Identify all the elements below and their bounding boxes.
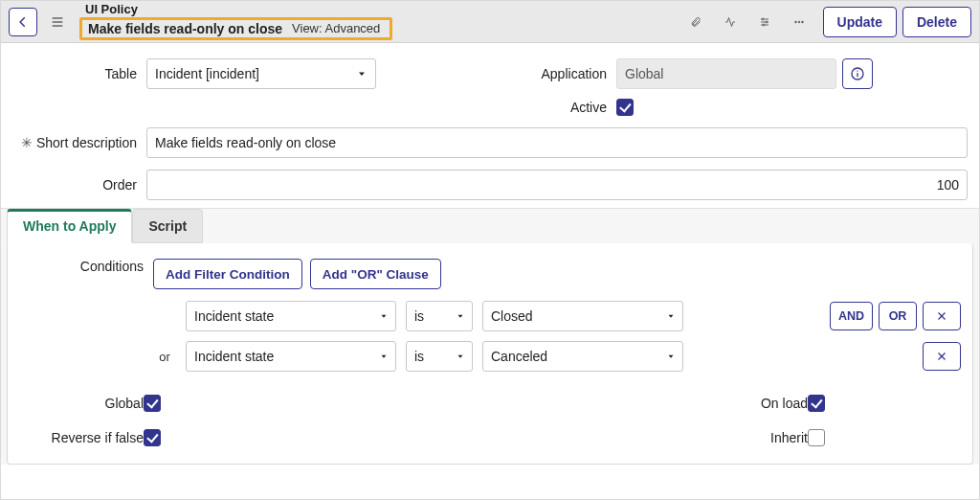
order-label: Order xyxy=(12,177,137,193)
global-label: Global xyxy=(19,396,144,411)
field-global: Global xyxy=(19,395,479,412)
tab-strip: When to Apply Script xyxy=(1,209,979,243)
active-label: Active xyxy=(501,100,607,115)
svg-point-15 xyxy=(857,70,858,71)
tab-panel-when: Conditions Add Filter Condition Add "OR"… xyxy=(7,243,973,465)
flags-grid: Global Reverse if false On load Inherit xyxy=(19,395,961,446)
condition-1-and-button[interactable]: AND xyxy=(830,302,873,330)
context-menu-button[interactable] xyxy=(43,8,72,36)
condition-1-value-select[interactable]: Closed xyxy=(482,301,683,331)
delete-button[interactable]: Delete xyxy=(902,7,971,37)
tab-section: When to Apply Script Conditions Add Filt… xyxy=(1,208,979,465)
form-header: UI Policy Make fields read-only on close… xyxy=(1,1,979,43)
more-icon[interactable] xyxy=(787,10,812,34)
svg-point-7 xyxy=(766,21,768,23)
chevron-down-icon xyxy=(356,68,368,80)
form-body: Table Incident [incident] Application xyxy=(1,43,979,208)
update-button[interactable]: Update xyxy=(823,7,897,37)
add-or-clause-button[interactable]: Add "OR" Clause xyxy=(310,259,441,289)
table-select[interactable]: Incident [incident] xyxy=(146,58,376,89)
field-onload: On load xyxy=(501,395,961,412)
add-filter-condition-button[interactable]: Add Filter Condition xyxy=(153,259,302,289)
view-label: View: Advanced xyxy=(292,22,380,36)
field-short-description: ✳ Short description xyxy=(12,127,968,158)
field-inherit: Inherit xyxy=(501,429,961,446)
record-title: Make fields read-only on close xyxy=(88,21,282,36)
order-input[interactable] xyxy=(146,170,968,200)
close-icon xyxy=(936,310,947,322)
tab-script[interactable]: Script xyxy=(132,209,203,243)
global-checkbox[interactable] xyxy=(144,395,161,412)
active-checkbox[interactable] xyxy=(616,99,634,116)
reverse-label: Reverse if false xyxy=(19,430,144,445)
title-block: UI Policy Make fields read-only on close… xyxy=(79,3,392,40)
inherit-label: Inherit xyxy=(501,430,808,445)
svg-point-6 xyxy=(762,18,764,20)
svg-marker-12 xyxy=(359,73,365,77)
back-button[interactable] xyxy=(9,8,37,36)
header-icon-group xyxy=(678,10,817,34)
condition-row-2: or Incident state is Canceled xyxy=(153,341,961,372)
short-description-label: ✳ Short description xyxy=(12,135,137,150)
svg-point-10 xyxy=(798,21,800,23)
settings-icon[interactable] xyxy=(752,10,777,34)
short-description-input[interactable] xyxy=(146,127,968,158)
form-type-label: UI Policy xyxy=(79,3,392,17)
svg-point-9 xyxy=(794,21,796,23)
conditions-label: Conditions xyxy=(19,259,144,274)
condition-2-field-select[interactable]: Incident state xyxy=(186,341,396,372)
condition-1-operator-select[interactable]: is xyxy=(406,301,473,331)
field-active: Active xyxy=(501,99,968,116)
activity-icon[interactable] xyxy=(718,10,743,34)
tab-when-to-apply[interactable]: When to Apply xyxy=(7,209,132,243)
application-value xyxy=(616,58,836,89)
condition-1-field-select[interactable]: Incident state xyxy=(186,301,396,331)
field-reverse: Reverse if false xyxy=(19,429,479,446)
condition-2-remove-button[interactable] xyxy=(923,342,961,371)
application-label: Application xyxy=(501,66,607,81)
onload-label: On load xyxy=(501,396,808,411)
inherit-checkbox[interactable] xyxy=(808,429,825,446)
application-info-button[interactable] xyxy=(842,58,873,89)
field-order: Order xyxy=(12,170,968,200)
svg-point-8 xyxy=(763,24,765,26)
table-label: Table xyxy=(12,66,137,81)
svg-point-11 xyxy=(801,21,803,23)
condition-1-remove-button[interactable] xyxy=(923,302,961,330)
attachments-icon[interactable] xyxy=(683,10,708,34)
condition-2-value-select[interactable]: Canceled xyxy=(482,341,683,372)
condition-row-1: Incident state is Closed AND OR xyxy=(153,301,961,331)
conditions-block: Conditions Add Filter Condition Add "OR"… xyxy=(19,259,961,381)
field-table: Table Incident [incident] xyxy=(12,58,479,89)
or-joiner: or xyxy=(153,350,176,364)
condition-2-operator-select[interactable]: is xyxy=(406,341,473,372)
close-icon xyxy=(936,351,947,362)
required-icon: ✳ xyxy=(21,135,33,150)
field-application: Application xyxy=(501,58,968,89)
title-highlight: Make fields read-only on close View: Adv… xyxy=(79,17,392,40)
table-value: Incident [incident] xyxy=(155,66,259,81)
condition-1-or-button[interactable]: OR xyxy=(879,302,917,330)
reverse-checkbox[interactable] xyxy=(144,429,161,446)
onload-checkbox[interactable] xyxy=(808,395,825,412)
